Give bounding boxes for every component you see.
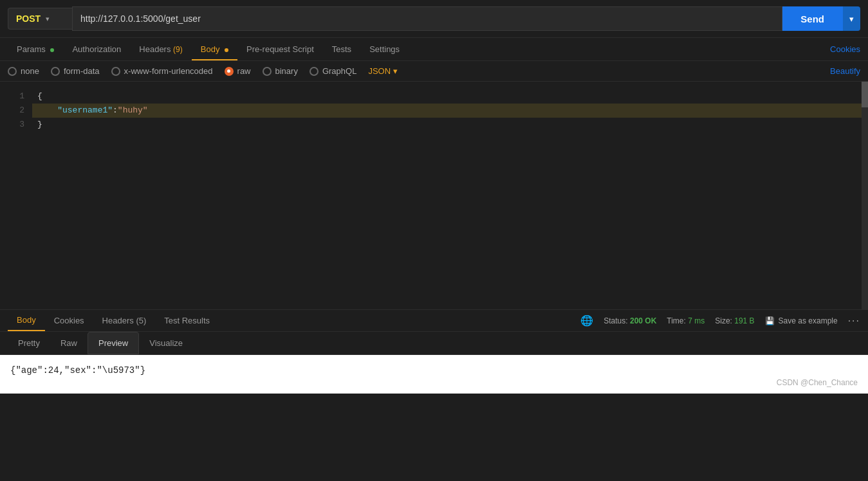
code-line-2: "username1":"huhy" (32, 104, 868, 118)
radio-none (8, 67, 17, 76)
time-label: Time: 7 ms (667, 316, 705, 325)
send-dropdown-button[interactable]: ▾ (842, 6, 860, 31)
send-button[interactable]: Send (782, 6, 842, 31)
status-label: Status: 200 OK (604, 316, 656, 325)
radio-binary (263, 67, 272, 76)
radio-graphql (309, 67, 319, 76)
response-tab-headers[interactable]: Headers (5) (93, 311, 156, 331)
option-form-data[interactable]: form-data (51, 66, 100, 76)
line-numbers: 1 2 3 (0, 82, 32, 309)
send-chevron-icon: ▾ (849, 14, 854, 24)
view-tab-visualize[interactable]: Visualize (139, 332, 193, 354)
json-chevron-icon: ▾ (393, 66, 398, 76)
view-tabs-row: Pretty Raw Preview Visualize (0, 332, 868, 355)
tab-headers[interactable]: Headers (9) (130, 38, 191, 60)
headers-badge: (9) (173, 45, 183, 54)
response-meta: 🌐 Status: 200 OK Time: 7 ms Size: 191 B … (580, 314, 860, 327)
save-as-example-button[interactable]: 💾 Save as example (765, 316, 838, 325)
code-line-1: { (32, 89, 868, 104)
response-tab-body[interactable]: Body (8, 310, 45, 331)
preview-area: {"age":24,"sex":"\u5973"} CSDN @Chen_Cha… (0, 355, 868, 394)
view-tab-pretty[interactable]: Pretty (8, 332, 50, 354)
json-type-selector[interactable]: JSON ▾ (368, 66, 398, 76)
cookies-link[interactable]: Cookies (830, 44, 860, 54)
body-type-row: none form-data x-www-form-urlencoded raw… (0, 61, 868, 82)
tab-authorization[interactable]: Authorization (63, 38, 130, 60)
editor-area[interactable]: 1 2 3 { "username1":"huhy" } (0, 82, 868, 310)
radio-urlencoded (111, 67, 120, 76)
send-btn-group: Send ▾ (782, 6, 860, 31)
view-tab-raw[interactable]: Raw (50, 332, 88, 354)
url-bar: POST ▾ Send ▾ (0, 0, 868, 38)
size-label: Size: 191 B (715, 316, 754, 325)
request-tabs-row: Params Authorization Headers (9) Body Pr… (0, 38, 868, 61)
tab-pre-request-script[interactable]: Pre-request Script (237, 38, 323, 60)
response-tab-cookies[interactable]: Cookies (45, 311, 93, 331)
option-raw[interactable]: raw (225, 66, 251, 76)
option-urlencoded[interactable]: x-www-form-urlencoded (111, 66, 213, 76)
tab-body[interactable]: Body (192, 38, 237, 60)
params-dot (50, 48, 54, 52)
code-content[interactable]: { "username1":"huhy" } (32, 82, 868, 309)
option-none[interactable]: none (8, 66, 39, 76)
option-graphql[interactable]: GraphQL (309, 66, 356, 76)
radio-form-data (51, 67, 60, 76)
more-options-button[interactable]: ··· (848, 315, 860, 327)
tab-params[interactable]: Params (8, 38, 63, 60)
save-icon: 💾 (765, 316, 775, 325)
option-binary[interactable]: binary (263, 66, 298, 76)
preview-content: {"age":24,"sex":"\u5973"} (10, 365, 145, 376)
beautify-button[interactable]: Beautify (830, 66, 860, 76)
watermark: CSDN @Chen_Chance (777, 378, 858, 387)
method-chevron-icon: ▾ (46, 15, 50, 23)
body-dot (225, 48, 228, 52)
tab-tests[interactable]: Tests (323, 38, 360, 60)
scrollbar-thumb (862, 82, 868, 107)
method-label: POST (16, 14, 41, 24)
tab-settings[interactable]: Settings (360, 38, 409, 60)
view-tab-preview[interactable]: Preview (88, 332, 139, 354)
code-line-3: } (32, 118, 868, 132)
radio-raw (225, 67, 234, 76)
url-input[interactable] (72, 6, 782, 31)
response-tabs-row: Body Cookies Headers (5) Test Results 🌐 … (0, 310, 868, 332)
method-select[interactable]: POST ▾ (8, 8, 72, 30)
globe-icon: 🌐 (580, 314, 593, 327)
editor-scrollbar[interactable] (862, 82, 868, 309)
response-tab-test-results[interactable]: Test Results (155, 311, 219, 331)
